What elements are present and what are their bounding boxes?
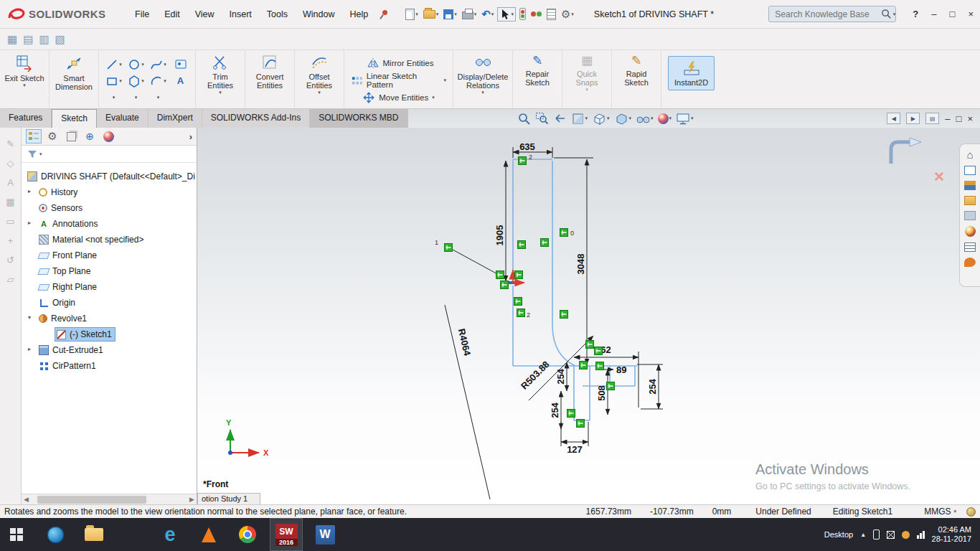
flyout-caret-icon[interactable]: ▾ [669, 116, 672, 121]
flyout-caret-icon[interactable]: ▾ [491, 11, 494, 17]
offset-entities-button[interactable]: Offset Entities ▾ [298, 54, 340, 95]
notification-icon[interactable] [902, 531, 910, 539]
menu-edit[interactable]: Edit [164, 9, 180, 19]
taskbar-vlc[interactable] [192, 518, 225, 551]
select-tool-button[interactable]: ▾ [497, 7, 516, 22]
menu-view[interactable]: View [195, 9, 215, 19]
dim-3048[interactable]: 3048 [575, 254, 586, 275]
open-button[interactable]: ▾ [422, 9, 440, 20]
tree-item-material[interactable]: Material <not specified> [22, 232, 197, 248]
scroll-right-icon[interactable]: ▶ [189, 496, 194, 503]
search-input[interactable] [769, 9, 880, 19]
flyout-caret-icon[interactable]: ▾ [511, 11, 514, 17]
sidebar-tool-icon[interactable]: ✎ [6, 139, 14, 149]
dimxpert-manager-tab[interactable]: ⊕ [82, 129, 98, 143]
tree-item-cirpattern1[interactable]: CirPattern1 [22, 358, 197, 374]
tree-item-top-plane[interactable]: Top Plane [22, 263, 197, 279]
configuration-manager-tab[interactable] [63, 129, 79, 143]
display-delete-relations-button[interactable]: Display/Delete Relations ▾ [457, 54, 509, 95]
hide-show-items-button[interactable]: ▾ [634, 112, 655, 126]
desktop-label[interactable]: Desktop [824, 530, 853, 539]
pattern-toolbar-icon[interactable]: ▤ [23, 33, 33, 46]
taskbar-solidworks[interactable]: SW 2016 [270, 518, 303, 551]
flyout-caret-icon[interactable]: ▾ [415, 11, 418, 17]
print-button[interactable]: ▾ [461, 7, 479, 21]
tab-features[interactable]: Features [0, 109, 52, 128]
flyout-caret-icon[interactable]: ▾ [436, 11, 439, 17]
close-button[interactable]: × [968, 9, 974, 19]
tree-item-sketch1[interactable]: (-) Sketch1 [22, 326, 197, 342]
instant2d-button[interactable]: Instant2D [668, 56, 715, 90]
resources-icon[interactable] [964, 166, 976, 175]
expand-arrow-icon[interactable]: ▸ [28, 220, 31, 226]
circle-flyout-caret[interactable]: ▾ [135, 95, 138, 100]
taskbar-edge[interactable]: e [154, 518, 187, 551]
arc-tool-button[interactable]: ▾ [150, 75, 166, 88]
tab-solidworks-mbd[interactable]: SOLIDWORKS MBD [310, 109, 407, 128]
search-icon[interactable] [881, 9, 892, 19]
flyout-caret-icon[interactable]: ▾ [651, 116, 654, 121]
spline-tool-button[interactable]: ▾ [150, 58, 166, 71]
taskbar-clock[interactable]: 02:46 AM 28-11-2017 [932, 525, 971, 544]
flyout-caret-icon[interactable]: ▾ [571, 11, 574, 17]
pattern-toolbar-icon[interactable]: ▦ [7, 33, 17, 46]
visualization-button[interactable] [529, 10, 543, 18]
maximize-button[interactable]: □ [950, 9, 956, 19]
options-button[interactable]: ⚙▾ [560, 7, 575, 22]
minimize-button[interactable]: – [931, 9, 936, 19]
search-caret-icon[interactable]: ▾ [893, 11, 896, 17]
taskbar-word[interactable]: W [308, 518, 341, 551]
view-orientation-button[interactable]: ▾ [590, 112, 611, 126]
flyout-caret-icon[interactable]: ▾ [164, 78, 166, 84]
panel-horizontal-scrollbar[interactable]: ◀ ▶ [22, 494, 197, 504]
smart-dimension-button[interactable]: Smart Dimension [53, 54, 95, 91]
tab-solidworks-add-ins[interactable]: SOLIDWORKS Add-Ins [202, 109, 310, 128]
sidebar-tool-icon[interactable]: A [7, 178, 14, 187]
text-tool-button[interactable]: A [177, 75, 184, 86]
dim-508[interactable]: 508 [596, 385, 607, 401]
tree-item-sensors[interactable]: Sensors [22, 200, 197, 216]
flyout-caret-icon[interactable]: ▾ [454, 11, 457, 17]
selected-tree-item[interactable]: (-) Sketch1 [55, 327, 116, 342]
scrollbar-thumb[interactable] [37, 496, 146, 504]
tree-item-annotations[interactable]: ▸ A Annotations [22, 216, 197, 232]
taskbar-chrome[interactable] [231, 518, 264, 551]
dim-254-right[interactable]: 254 [647, 378, 658, 394]
pattern-toolbar-icon[interactable]: ▥ [39, 33, 49, 46]
flyout-caret-icon[interactable]: ▾ [432, 95, 435, 100]
view-settings-button[interactable]: ▾ [674, 112, 695, 126]
doc-minimize-button[interactable]: – [945, 113, 950, 124]
motion-study-tab[interactable]: otion Study 1 [197, 493, 260, 504]
expand-arrow-icon[interactable]: ▸ [28, 346, 31, 352]
file-properties-button[interactable] [545, 7, 557, 22]
repair-sketch-button[interactable]: ✎ Repair Sketch [517, 54, 558, 87]
expand-arrow-icon[interactable]: ▸ [28, 188, 31, 194]
flyout-caret-icon[interactable]: ▾ [629, 116, 632, 121]
new-document-button[interactable]: ▾ [404, 7, 420, 22]
display-manager-tab[interactable] [100, 129, 116, 143]
next-document-button[interactable]: ▶ [906, 113, 920, 124]
taskbar-internet-explorer[interactable] [39, 518, 72, 551]
rebuild-button[interactable] [518, 6, 527, 22]
graphics-viewport[interactable]: 635 1905 3048 R4064 R503.88 762 89 254 5… [197, 128, 980, 504]
section-view-button[interactable]: ▾ [570, 112, 590, 126]
trim-entities-button[interactable]: Trim Entities ▾ [199, 54, 241, 95]
tab-evaluate[interactable]: Evaluate [97, 109, 149, 128]
units-selector[interactable]: MMGS [924, 507, 951, 517]
volume-muted-icon[interactable] [887, 531, 895, 539]
dim-254-left[interactable]: 254 [550, 402, 560, 418]
help-button[interactable]: ? [913, 9, 918, 19]
convert-entities-button[interactable]: Convert Entities [249, 54, 291, 90]
flyout-caret-icon[interactable]: ▾ [318, 90, 321, 95]
collapse-arrow-icon[interactable]: ▾ [28, 314, 31, 321]
home-icon[interactable]: ⌂ [966, 149, 973, 160]
status-tag-icon[interactable] [966, 507, 976, 517]
dim-89[interactable]: 89 [616, 364, 626, 375]
menu-help[interactable]: Help [350, 9, 369, 19]
rapid-sketch-button[interactable]: ✎ Rapid Sketch [616, 54, 657, 87]
tray-expand-icon[interactable]: ▲ [860, 532, 866, 538]
sidebar-tool-icon[interactable]: ↺ [6, 255, 14, 265]
line-flyout-caret[interactable]: ▾ [113, 95, 116, 100]
dim-254-top[interactable]: 254 [555, 368, 566, 384]
filter-caret-icon[interactable]: ▾ [39, 151, 42, 157]
